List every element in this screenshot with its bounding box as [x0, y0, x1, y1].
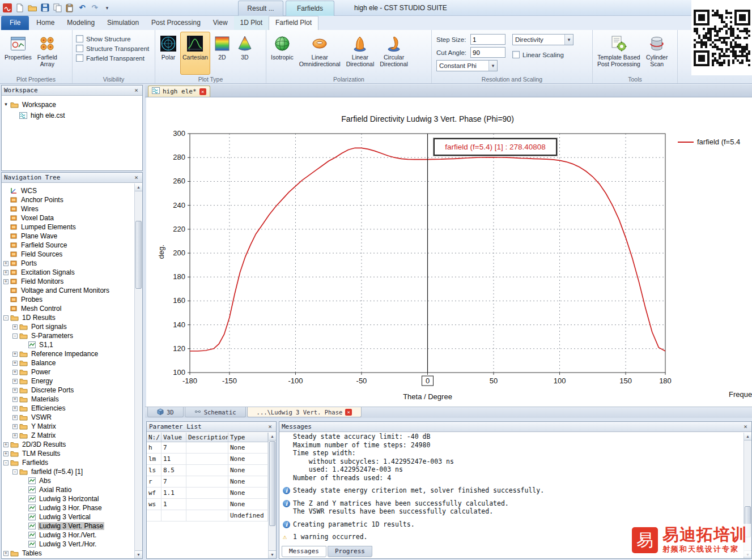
scroll-down-icon[interactable]: ▼	[135, 550, 142, 558]
expand-icon[interactable]: +	[12, 379, 18, 384]
scrollbar-thumb[interactable]	[269, 441, 275, 526]
tree-item-balance[interactable]: +Balance	[2, 358, 134, 367]
tree-item-farfield-f-5-4-1[interactable]: -farfield (f=5.4) [1]	[2, 467, 134, 476]
ribbon-tab-file[interactable]: File	[1, 16, 29, 30]
properties-button[interactable]: Properties	[2, 32, 34, 75]
param-cell-description[interactable]	[186, 499, 228, 510]
tree-item-ludwig-3-vert-hor[interactable]: Ludwig 3 Vert./Hor.	[2, 540, 134, 549]
tree-item-ludwig-3-vert-phase[interactable]: Ludwig 3 Vert. Phase	[2, 521, 134, 531]
expand-icon[interactable]: +	[3, 551, 9, 556]
param-cell-name[interactable]: wf	[147, 488, 162, 498]
tree-item-anchor-points[interactable]: Anchor Points	[2, 195, 134, 204]
param-cell-type[interactable]: Undefined	[228, 510, 268, 521]
scroll-up-icon[interactable]: ▲	[744, 433, 751, 441]
farfield-array-button[interactable]: Farfield Array	[35, 32, 60, 75]
copy-icon[interactable]	[52, 2, 62, 13]
expand-icon[interactable]: +	[12, 415, 18, 420]
view-tab-3d[interactable]: 3D	[147, 407, 184, 417]
tree-item-farfield-source[interactable]: Farfield Source	[2, 241, 134, 250]
structure-transparent-checkbox[interactable]	[76, 45, 83, 52]
param-cell-name[interactable]: ls	[147, 465, 162, 476]
tree-item-energy[interactable]: +Energy	[2, 377, 134, 386]
expand-icon[interactable]: +	[12, 361, 18, 366]
scroll-up-icon[interactable]: ▲	[269, 433, 276, 441]
collapse-icon[interactable]: -	[12, 469, 18, 474]
plot-quantity-dropdown[interactable]: Directivity ▾	[512, 34, 573, 45]
undo-icon[interactable]: ↶	[77, 2, 87, 13]
param-cell-description[interactable]	[186, 510, 228, 521]
tree-item-y-matrix[interactable]: +Y Matrix	[2, 422, 134, 431]
tree-item-vswr[interactable]: +VSWR	[2, 413, 134, 422]
cst-logo-icon[interactable]	[2, 2, 12, 13]
polar-button[interactable]: Polar	[158, 32, 179, 75]
parameter-row-h[interactable]: h7None	[147, 442, 268, 454]
close-tab-icon[interactable]: ×	[199, 88, 206, 95]
tree-item-voxel-data[interactable]: Voxel Data	[2, 213, 134, 223]
ribbon-tab-simulation[interactable]: Simulation	[101, 16, 145, 30]
ribbon-tab-1d-plot[interactable]: 1D Plot	[234, 16, 269, 30]
linear-omnidirectional-button[interactable]: Linear Omnidirectional	[297, 32, 343, 75]
param-cell-description[interactable]	[186, 488, 228, 498]
view-tab-schematic[interactable]: Schematic	[185, 407, 246, 417]
param-cell-value[interactable]: 1.1	[162, 488, 186, 498]
tree-item-axial-ratio[interactable]: Axial Ratio	[2, 485, 134, 494]
tree-item-farfields[interactable]: -Farfields	[2, 458, 134, 467]
tree-item-tables[interactable]: +Tables	[2, 549, 134, 558]
linear-scaling-checkbox[interactable]	[512, 51, 520, 58]
param-cell-type[interactable]: None	[228, 442, 268, 453]
ribbon-tab-view[interactable]: View	[207, 16, 234, 30]
tree-item-discrete-ports[interactable]: +Discrete Ports	[2, 386, 134, 395]
qat-dropdown-icon[interactable]: ▾	[102, 2, 112, 13]
tree-item-s-parameters[interactable]: -S-Parameters	[2, 331, 134, 340]
parameter-row-ls[interactable]: ls8.5None	[147, 465, 268, 476]
parameter-row-lm[interactable]: lm11None	[147, 454, 268, 465]
paste-icon[interactable]	[65, 2, 75, 13]
expand-icon[interactable]: +	[12, 324, 18, 330]
param-cell-name[interactable]: r	[147, 476, 162, 487]
param-cell-value[interactable]: 11	[162, 454, 186, 464]
tree-item-port-signals[interactable]: +Port signals	[2, 322, 134, 331]
parameter-row-r[interactable]: r7None	[147, 476, 268, 488]
constant-phi-dropdown[interactable]: Constant Phi ▾	[436, 60, 498, 71]
cartesian-button[interactable]: Cartesian	[180, 32, 210, 75]
close-icon[interactable]: ×	[133, 87, 140, 94]
param-column-header-description[interactable]: Description	[186, 433, 228, 442]
2d-button[interactable]: 2D	[211, 32, 233, 75]
parameter-list-scrollbar[interactable]: ▲ ▼	[268, 433, 276, 558]
param-cell-type[interactable]: None	[228, 499, 268, 510]
linear-directional-button[interactable]: Linear Directional	[344, 32, 377, 75]
save-icon[interactable]	[40, 2, 50, 13]
tree-item-2d-3d-results[interactable]: +2D/3D Results	[2, 440, 134, 449]
param-cell-description[interactable]	[186, 442, 228, 453]
param-cell-name[interactable]: h	[147, 442, 162, 453]
tree-item-excitation-signals[interactable]: +Excitation Signals	[2, 268, 134, 277]
new-document-icon[interactable]	[15, 2, 25, 13]
tree-item-field-sources[interactable]: Field Sources	[2, 250, 134, 259]
param-column-header-value[interactable]: Value	[162, 433, 186, 442]
cylinder-scan-button[interactable]: Cylinder Scan	[644, 32, 670, 75]
scrollbar-thumb[interactable]	[135, 221, 142, 289]
scroll-up-icon[interactable]: ▲	[135, 183, 142, 191]
tree-item-lumped-elements[interactable]: Lumped Elements	[2, 223, 134, 232]
tree-item-tlm-results[interactable]: +TLM Results	[2, 449, 134, 458]
collapse-icon[interactable]: -	[12, 334, 18, 339]
param-cell-value[interactable]: 7	[162, 476, 186, 487]
ribbon-tab-post-processing[interactable]: Post Processing	[145, 16, 207, 30]
param-cell-type[interactable]: None	[228, 454, 268, 464]
expand-icon[interactable]: +	[3, 451, 9, 456]
tree-item-wires[interactable]: Wires	[2, 204, 134, 213]
param-cell-description[interactable]	[186, 465, 228, 476]
tree-item-abs[interactable]: Abs	[2, 476, 134, 485]
tree-item-ludwig-3-hor-phase[interactable]: Ludwig 3 Hor. Phase	[2, 503, 134, 512]
open-folder-icon[interactable]	[27, 2, 37, 13]
3d-button[interactable]: 3D	[234, 32, 256, 75]
collapse-icon[interactable]: -	[3, 460, 9, 465]
tree-item-reference-impedance[interactable]: +Reference Impedance	[2, 349, 134, 358]
tree-item-1d-results[interactable]: -1D Results	[2, 313, 134, 322]
tree-item-ludwig-3-hor-vert[interactable]: Ludwig 3 Hor./Vert.	[2, 531, 134, 540]
close-tab-icon[interactable]: ×	[345, 409, 352, 416]
tree-item-ports[interactable]: +Ports	[2, 259, 134, 268]
messages-tab-messages[interactable]: Messages	[282, 546, 326, 557]
tree-item-probes[interactable]: Probes	[2, 295, 134, 304]
tree-item-field-monitors[interactable]: +Field Monitors	[2, 277, 134, 286]
